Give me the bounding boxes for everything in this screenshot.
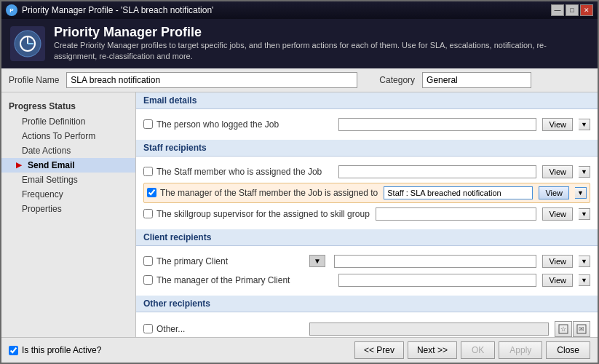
active-label: Is this profile Active? xyxy=(22,345,101,355)
other-label: Other... xyxy=(143,324,304,334)
other-recipients-section: Other... ☆ ✉ View xyxy=(136,312,598,337)
skillgroup-row: The skillgroup supervisor for the assign… xyxy=(143,205,590,223)
profile-name-row: Profile Name Category General SLA Escala… xyxy=(1,68,598,92)
client-recipients-section: The primary Client ▼ View ▼ The manager … xyxy=(136,246,598,296)
close-window-button[interactable]: ✕ xyxy=(580,4,593,16)
manager-staff-select[interactable]: Staff : SLA breached notification xyxy=(384,186,533,199)
sidebar-item-label: Profile Definition xyxy=(22,116,85,127)
sidebar-item-send-email[interactable]: Send Email xyxy=(1,158,135,173)
next-button[interactable]: Next >> xyxy=(408,341,457,359)
category-select[interactable]: General SLA Escalation Notification xyxy=(422,72,531,88)
logged-job-checkbox[interactable] xyxy=(143,119,153,129)
other-input[interactable] xyxy=(309,323,549,336)
header-bar: Priority Manager Profile Create Priority… xyxy=(1,19,598,68)
maximize-button[interactable]: □ xyxy=(566,4,579,16)
primary-client-view-button[interactable]: View xyxy=(542,255,573,268)
profile-name-input[interactable] xyxy=(66,72,357,88)
skillgroup-view-dropdown[interactable]: ▼ xyxy=(579,208,590,220)
bottom-bar: Is this profile Active? << Prev Next >> … xyxy=(1,337,598,363)
sidebar-item-label: Email Settings xyxy=(22,175,78,185)
logged-job-text: The person who logged the Job xyxy=(156,119,279,130)
skillgroup-text: The skillgroup supervisor for the assign… xyxy=(156,209,370,219)
assigned-staff-checkbox[interactable] xyxy=(143,167,153,176)
skillgroup-view-button[interactable]: View xyxy=(542,207,573,221)
active-checkbox[interactable] xyxy=(9,346,18,355)
prev-button[interactable]: << Prev xyxy=(354,341,404,359)
sidebar-item-profile-definition[interactable]: Profile Definition xyxy=(1,114,135,129)
sidebar-item-frequency[interactable]: Frequency xyxy=(1,187,135,202)
logged-job-row: The person who logged the Job View ▼ xyxy=(143,115,590,134)
manager-staff-view-button[interactable]: View xyxy=(539,186,569,199)
email-details-section: The person who logged the Job View ▼ xyxy=(136,109,598,140)
primary-client-label: The primary Client xyxy=(143,256,304,266)
primary-client-manager-view-button[interactable]: View xyxy=(542,274,573,287)
client-recipients-header: Client recipients xyxy=(136,229,598,246)
title-bar-controls: — □ ✕ xyxy=(551,4,593,16)
active-check: Is this profile Active? xyxy=(9,345,101,355)
logged-job-label: The person who logged the Job xyxy=(143,119,333,130)
skillgroup-checkbox[interactable] xyxy=(143,209,153,218)
manager-staff-label: The manager of the Staff member the Job … xyxy=(147,188,378,198)
assigned-staff-label: The Staff member who is assigned the Job xyxy=(143,167,333,177)
profile-name-label: Profile Name xyxy=(9,75,59,85)
primary-client-manager-row: The manager of the Primary Client View ▼ xyxy=(143,271,590,290)
primary-client-manager-checkbox[interactable] xyxy=(143,275,153,285)
assigned-staff-text: The Staff member who is assigned the Job xyxy=(156,167,322,177)
other-icon-buttons: ☆ ✉ xyxy=(555,321,590,337)
primary-client-checkbox[interactable] xyxy=(143,256,153,266)
other-icon-button-1[interactable]: ☆ xyxy=(555,321,572,337)
sidebar-item-date-actions[interactable]: Date Actions xyxy=(1,143,135,158)
sidebar-item-label: Properties xyxy=(22,204,62,214)
assigned-staff-view-dropdown[interactable]: ▼ xyxy=(579,166,590,178)
bottom-left: Is this profile Active? xyxy=(9,345,101,355)
other-text: Other... xyxy=(156,324,185,334)
sidebar-item-label: Send Email xyxy=(28,160,75,170)
assigned-staff-select[interactable] xyxy=(338,165,536,178)
manager-staff-view-dropdown[interactable]: ▼ xyxy=(575,187,587,199)
title-bar-left: P Priority Manager Profile - 'SLA breach… xyxy=(6,4,213,16)
staff-recipients-section: The Staff member who is assigned the Job… xyxy=(136,157,598,229)
sidebar-item-actions-to-perform[interactable]: Actions To Perform xyxy=(1,129,135,143)
sidebar-item-label: Actions To Perform xyxy=(22,131,95,141)
logged-job-select[interactable] xyxy=(338,118,536,131)
app-icon: P xyxy=(6,4,17,16)
svg-text:P: P xyxy=(9,7,14,14)
apply-button[interactable]: Apply xyxy=(499,341,542,359)
manager-staff-text: The manager of the Staff member the Job … xyxy=(160,188,378,198)
primary-client-view-dropdown[interactable]: ▼ xyxy=(579,256,590,267)
assigned-staff-row: The Staff member who is assigned the Job… xyxy=(143,162,590,181)
primary-client-row: The primary Client ▼ View ▼ xyxy=(143,252,590,271)
manager-staff-row: The manager of the Staff member the Job … xyxy=(143,183,590,203)
title-bar: P Priority Manager Profile - 'SLA breach… xyxy=(1,1,598,19)
primary-client-select[interactable] xyxy=(334,255,537,268)
email-details-header: Email details xyxy=(136,92,598,109)
minimize-button[interactable]: — xyxy=(551,4,564,16)
manager-staff-checkbox[interactable] xyxy=(147,188,156,197)
header-icon xyxy=(10,26,45,61)
content-area: Email details The person who logged the … xyxy=(136,92,598,337)
main-content: Progress Status Profile Definition Actio… xyxy=(1,92,598,337)
logged-job-view-dropdown[interactable]: ▼ xyxy=(579,119,590,130)
primary-client-dropdown-button[interactable]: ▼ xyxy=(309,255,325,267)
sidebar-item-properties[interactable]: Properties xyxy=(1,202,135,216)
primary-client-text: The primary Client xyxy=(156,256,228,266)
other-recipients-header: Other recipients xyxy=(136,296,598,312)
skillgroup-select[interactable] xyxy=(376,207,537,221)
primary-client-manager-view-dropdown[interactable]: ▼ xyxy=(579,274,590,286)
primary-client-manager-label: The manager of the Primary Client xyxy=(143,275,333,285)
logged-job-view-button[interactable]: View xyxy=(542,118,573,131)
main-window: P Priority Manager Profile - 'SLA breach… xyxy=(0,0,599,364)
assigned-staff-view-button[interactable]: View xyxy=(542,165,573,178)
primary-client-manager-select[interactable] xyxy=(338,274,536,287)
other-checkbox[interactable] xyxy=(143,324,153,333)
other-icon-button-2[interactable]: ✉ xyxy=(573,321,590,337)
header-text: Priority Manager Profile Create Priority… xyxy=(54,25,589,63)
close-button[interactable]: Close xyxy=(546,341,590,359)
header-description: Create Priority Manager profiles to targ… xyxy=(54,40,589,63)
sidebar-item-label: Frequency xyxy=(22,189,63,199)
sidebar: Progress Status Profile Definition Actio… xyxy=(1,92,136,337)
bottom-buttons: << Prev Next >> OK Apply Close xyxy=(354,341,590,359)
sidebar-item-email-settings[interactable]: Email Settings xyxy=(1,173,135,187)
other-row: Other... ☆ ✉ xyxy=(143,318,590,337)
ok-button[interactable]: OK xyxy=(461,341,495,359)
